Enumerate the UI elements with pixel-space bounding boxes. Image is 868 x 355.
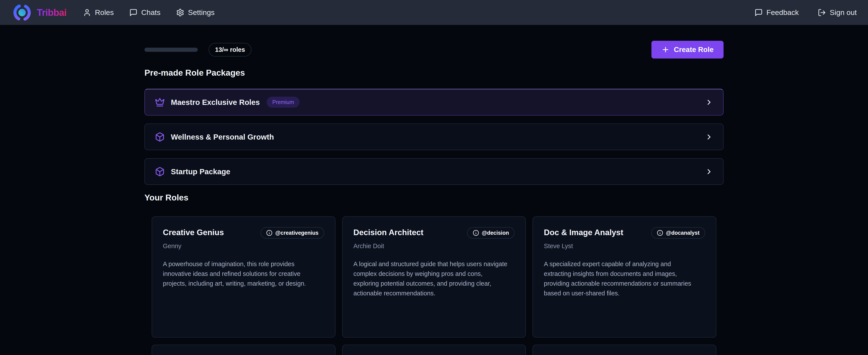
role-card-partial[interactable] <box>342 345 526 355</box>
create-role-button[interactable]: Create Role <box>651 41 723 59</box>
role-handle-badge[interactable]: @decision <box>467 227 515 239</box>
role-card-doc-image-analyst[interactable]: Doc & Image Analyst @docanalyst Steve Ly… <box>532 216 716 338</box>
nav-item-settings[interactable]: Settings <box>176 8 215 17</box>
role-handle: @docanalyst <box>666 230 700 236</box>
package-title: Wellness & Personal Growth <box>171 132 274 141</box>
main-content: 13/∞ roles Create Role Pre-made Role Pac… <box>145 41 723 355</box>
brand-logo[interactable]: Tribbai <box>12 2 66 23</box>
role-description: A specialized expert capable of analyzin… <box>544 259 705 298</box>
info-icon <box>473 230 479 236</box>
role-title: Decision Architect <box>353 228 424 237</box>
package-row-startup[interactable]: Startup Package <box>145 158 723 185</box>
message-bubble-icon <box>754 8 763 17</box>
brand-wordmark: Tribbai <box>37 7 66 18</box>
card-header: Creative Genius @creativegenius <box>163 228 324 239</box>
user-icon <box>83 8 91 17</box>
roles-toolbar: 13/∞ roles Create Role <box>145 41 723 59</box>
your-roles-heading: Your Roles <box>145 193 723 202</box>
nav-label: Feedback <box>767 8 799 17</box>
role-handle: @creativegenius <box>275 230 318 236</box>
plus-icon <box>661 46 670 54</box>
crown-icon <box>155 97 165 107</box>
role-title: Doc & Image Analyst <box>544 228 623 237</box>
package-icon <box>155 132 165 142</box>
role-subtitle: Genny <box>163 242 324 250</box>
role-card-partial[interactable] <box>532 345 716 355</box>
role-title: Creative Genius <box>163 228 224 237</box>
chevron-right-icon <box>705 168 713 176</box>
sign-out-icon <box>818 8 826 17</box>
card-header: Decision Architect @decision <box>353 228 515 239</box>
roles-count-badge: 13/∞ roles <box>209 43 251 57</box>
package-row-wellness[interactable]: Wellness & Personal Growth <box>145 123 723 150</box>
role-card-creative-genius[interactable]: Creative Genius @creativegenius Genny A … <box>152 216 336 338</box>
sign-out-button[interactable]: Sign out <box>818 8 857 17</box>
chevron-right-icon <box>705 98 713 107</box>
create-role-label: Create Role <box>674 46 714 54</box>
nav-right: Feedback Sign out <box>754 8 857 17</box>
package-icon <box>155 167 165 177</box>
role-subtitle: Archie Doit <box>353 242 515 250</box>
package-title: Maestro Exclusive Roles <box>171 98 260 107</box>
roles-progress-bar <box>145 48 198 52</box>
chevron-right-icon <box>705 133 713 141</box>
premium-badge: Premium <box>267 97 300 108</box>
package-title: Startup Package <box>171 167 230 176</box>
role-description: A powerhouse of imagination, this role p… <box>163 259 324 289</box>
role-card-partial[interactable] <box>152 345 336 355</box>
packages-heading: Pre-made Role Packages <box>145 68 723 78</box>
nav-item-roles[interactable]: Roles <box>83 8 114 17</box>
role-handle-badge[interactable]: @docanalyst <box>651 227 705 239</box>
info-icon <box>657 230 663 236</box>
feedback-button[interactable]: Feedback <box>754 8 799 17</box>
info-icon <box>266 230 273 236</box>
role-handle-badge[interactable]: @creativegenius <box>260 227 324 239</box>
tribbai-logo-icon <box>12 2 32 23</box>
package-row-maestro[interactable]: Maestro Exclusive Roles Premium <box>145 89 723 116</box>
nav-label: Chats <box>141 8 160 17</box>
nav-item-chats[interactable]: Chats <box>129 8 160 17</box>
card-header: Doc & Image Analyst @docanalyst <box>544 228 705 239</box>
role-description: A logical and structured guide that help… <box>353 259 515 298</box>
role-card-decision-architect[interactable]: Decision Architect @decision Archie Doit… <box>342 216 526 338</box>
role-handle: @decision <box>482 230 509 236</box>
role-cards-grid: Creative Genius @creativegenius Genny A … <box>152 216 716 355</box>
main-nav: Roles Chats Settings <box>83 8 215 17</box>
message-bubble-icon <box>129 8 137 17</box>
nav-label: Sign out <box>830 8 857 17</box>
top-navbar: Tribbai Roles Chats Settings Feedback Si… <box>0 0 868 25</box>
gear-icon <box>176 8 184 17</box>
role-subtitle: Steve Lyst <box>544 242 705 250</box>
nav-label: Settings <box>188 8 215 17</box>
role-cards-container: Creative Genius @creativegenius Genny A … <box>145 216 723 355</box>
nav-label: Roles <box>95 8 114 17</box>
